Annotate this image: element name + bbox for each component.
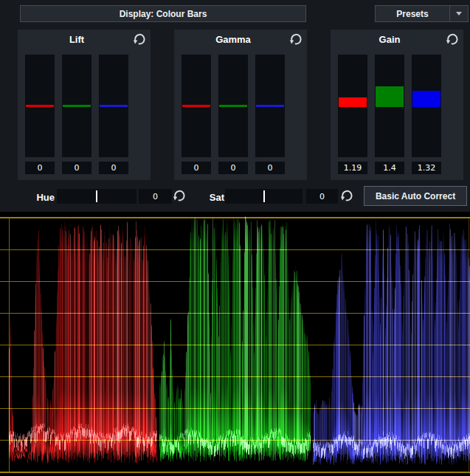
lift-green-handle[interactable] bbox=[63, 105, 91, 107]
gain-red-slider[interactable] bbox=[338, 55, 367, 157]
gain-blue-value[interactable]: 1.32 bbox=[412, 162, 441, 174]
gamma-section: Gamma 0 0 0 bbox=[174, 30, 307, 180]
hue-reset-button[interactable] bbox=[173, 189, 186, 202]
reset-icon bbox=[446, 32, 459, 46]
rgb-waveform-scope bbox=[0, 212, 470, 476]
sat-label: Sat bbox=[202, 192, 224, 203]
display-mode-button[interactable]: Display: Colour Bars bbox=[20, 5, 306, 22]
lift-title: Lift bbox=[25, 34, 128, 45]
gamma-blue-handle[interactable] bbox=[256, 105, 284, 107]
presets-label: Presets bbox=[376, 9, 449, 19]
lift-red-handle[interactable] bbox=[26, 105, 54, 107]
gamma-blue-slider[interactable] bbox=[255, 55, 285, 157]
gamma-green-handle[interactable] bbox=[219, 105, 247, 107]
gain-green-slider[interactable] bbox=[375, 55, 404, 157]
lift-reset-button[interactable] bbox=[133, 32, 146, 46]
colour-correction-panel: Display: Colour Bars Presets Lift 0 0 0 … bbox=[0, 0, 470, 476]
hue-slider[interactable] bbox=[57, 189, 136, 204]
lift-section: Lift 0 0 0 bbox=[18, 30, 151, 180]
sat-slider[interactable] bbox=[225, 189, 303, 204]
gain-blue-slider[interactable] bbox=[412, 55, 441, 157]
gamma-title: Gamma bbox=[182, 34, 285, 45]
gamma-green-value[interactable]: 0 bbox=[218, 162, 248, 174]
gain-red-value[interactable]: 1.19 bbox=[338, 162, 367, 174]
reset-icon bbox=[173, 189, 186, 202]
gain-red-handle[interactable] bbox=[339, 97, 367, 107]
gain-green-handle[interactable] bbox=[376, 86, 404, 107]
reset-icon bbox=[133, 32, 146, 46]
gain-section: Gain 1.19 1.4 1.32 bbox=[331, 30, 463, 180]
gamma-reset-button[interactable] bbox=[289, 32, 303, 46]
lift-blue-value[interactable]: 0 bbox=[99, 162, 128, 174]
reset-icon bbox=[289, 32, 303, 46]
gain-title: Gain bbox=[338, 34, 441, 45]
basic-auto-correct-label: Basic Auto Correct bbox=[376, 191, 455, 201]
reset-icon bbox=[340, 189, 353, 202]
lift-green-value[interactable]: 0 bbox=[62, 162, 91, 174]
gamma-red-slider[interactable] bbox=[182, 55, 211, 157]
gamma-blue-value[interactable]: 0 bbox=[255, 162, 285, 174]
lift-blue-slider[interactable] bbox=[99, 55, 128, 157]
chevron-down-icon bbox=[456, 12, 462, 15]
display-mode-label: Display: Colour Bars bbox=[120, 9, 207, 19]
presets-dropdown-button[interactable] bbox=[449, 6, 468, 21]
sat-reset-button[interactable] bbox=[340, 189, 353, 202]
hue-label: Hue bbox=[32, 192, 55, 203]
lift-green-slider[interactable] bbox=[62, 55, 91, 157]
sat-value[interactable]: 0 bbox=[306, 189, 338, 204]
hue-value[interactable]: 0 bbox=[139, 189, 172, 204]
gamma-red-handle[interactable] bbox=[182, 105, 210, 107]
basic-auto-correct-button[interactable]: Basic Auto Correct bbox=[364, 186, 467, 206]
sat-slider-thumb[interactable] bbox=[263, 190, 265, 202]
gamma-green-slider[interactable] bbox=[218, 55, 248, 157]
hue-slider-thumb[interactable] bbox=[96, 190, 97, 202]
presets-button[interactable]: Presets bbox=[375, 5, 469, 22]
lift-blue-handle[interactable] bbox=[100, 105, 128, 107]
gain-blue-handle[interactable] bbox=[412, 91, 440, 107]
gain-green-value[interactable]: 1.4 bbox=[375, 162, 404, 174]
gain-reset-button[interactable] bbox=[446, 32, 459, 46]
gamma-red-value[interactable]: 0 bbox=[182, 162, 211, 174]
lift-red-slider[interactable] bbox=[25, 55, 55, 157]
lift-red-value[interactable]: 0 bbox=[25, 162, 55, 174]
